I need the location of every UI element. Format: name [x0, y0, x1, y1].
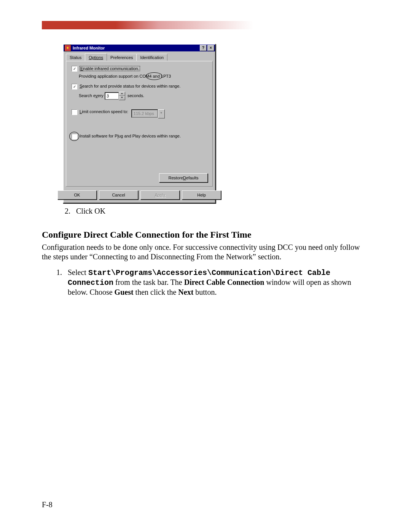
page-number: F-8 [42, 500, 53, 509]
dialog-footer: OK Cancel Apply Help [64, 189, 215, 203]
step-number: 2. [65, 206, 76, 216]
tab-identification[interactable]: Identification [136, 54, 167, 61]
apply-button: Apply [140, 190, 180, 200]
app-icon: ✷ [64, 45, 71, 51]
enable-infrared-row: ✓ Enable infrared communication. [72, 66, 207, 72]
limit-speed-label: Limit connection speed to: [80, 109, 128, 114]
annotation-circle-com4 [146, 72, 162, 80]
enable-infrared-checkbox[interactable]: ✓ [72, 66, 77, 72]
limit-speed-value: 115.2 kbps [131, 109, 158, 118]
tab-strip: Status Options Preferences Identificatio… [64, 51, 215, 61]
step-1: 1. Select Start\Programs\Accessories\Com… [56, 268, 369, 297]
tab-preferences[interactable]: Preferences [107, 54, 137, 61]
titlebar[interactable]: ✷ Infrared Monitor ? × [64, 45, 215, 51]
section-heading: Configure Direct Cable Connection for th… [42, 229, 369, 240]
search-devices-checkbox[interactable]: ✓ [72, 84, 77, 89]
limit-speed-row: Limit connection speed to: 115.2 kbps ▼ [72, 109, 207, 118]
spinner-up-icon[interactable]: ▲ [119, 92, 125, 96]
search-devices-label: Search for and provide status for device… [80, 84, 180, 88]
ok-button[interactable]: OK [57, 190, 97, 200]
limit-speed-checkbox[interactable] [72, 109, 77, 115]
close-icon[interactable]: × [207, 45, 214, 51]
options-panel: ✓ Enable infrared communication. Providi… [66, 61, 213, 187]
tab-status[interactable]: Status [66, 54, 85, 61]
search-interval-input[interactable]: 3 [105, 92, 119, 100]
step-number: 1. [56, 268, 68, 297]
header-gradient-bar [42, 21, 253, 29]
install-pnp-row: Install software for Plug and Play devic… [72, 134, 207, 139]
enable-infrared-subtext: Providing application support on COM4 an… [79, 74, 207, 78]
cancel-button[interactable]: Cancel [99, 190, 138, 200]
search-devices-row: ✓ Search for and provide status for devi… [72, 84, 207, 89]
enable-infrared-label: Enable infrared communication. [80, 66, 140, 71]
step-text: Select Start\Programs\Accessories\Commun… [68, 268, 369, 297]
chevron-down-icon[interactable]: ▼ [158, 109, 165, 118]
annotation-circle-checkbox [69, 132, 79, 141]
search-every-row: Search every 3▲▼ seconds. [79, 92, 207, 100]
restore-defaults-button[interactable]: Restore Defaults [159, 173, 208, 182]
infrared-monitor-dialog: ✷ Infrared Monitor ? × Status Options Pr… [63, 44, 216, 203]
window-title: Infrared Monitor [73, 46, 199, 50]
tab-options[interactable]: Options [85, 53, 107, 61]
help-button[interactable]: Help [182, 190, 221, 200]
help-icon[interactable]: ? [200, 45, 207, 51]
limit-speed-combo[interactable]: 115.2 kbps ▼ [131, 109, 165, 118]
step-text: Click OK [76, 206, 105, 216]
search-interval-spinner[interactable]: ▲▼ [119, 92, 125, 100]
spinner-down-icon[interactable]: ▼ [119, 96, 125, 100]
install-pnp-label: Install software for Plug and Play devic… [80, 134, 181, 138]
document-body: 2. Click OK Configure Direct Cable Conne… [42, 206, 369, 297]
step-2: 2. Click OK [65, 206, 369, 216]
section-paragraph: Configuration needs to be done only once… [42, 243, 369, 262]
